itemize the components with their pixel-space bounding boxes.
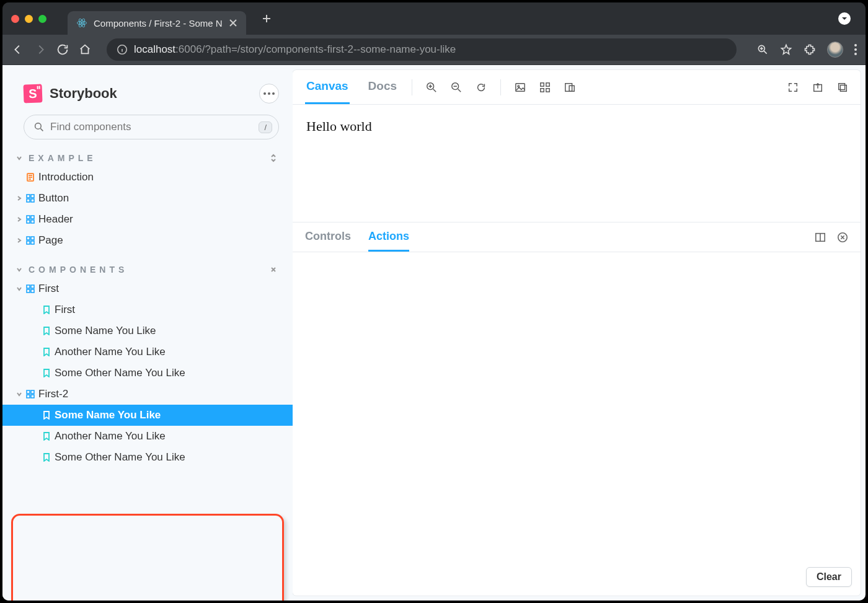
svg-rect-19 [31,241,34,244]
document-icon [26,173,35,182]
component-icon [26,390,35,398]
traffic-lights [11,15,46,23]
sidebar-item-button[interactable]: Button [2,188,293,209]
back-button-icon[interactable] [11,43,25,56]
zoom-in-icon[interactable] [426,82,437,93]
svg-point-6 [35,123,42,130]
page-content: S Storybook Find components / EXAMPLE In… [2,64,866,601]
tab-actions[interactable]: Actions [368,222,409,252]
component-icon [26,194,35,203]
svg-rect-17 [31,237,34,240]
bookmark-star-icon[interactable] [780,43,792,56]
chevron-down-icon [16,155,22,161]
section-example[interactable]: EXAMPLE [2,139,293,167]
sidebar-item-introduction[interactable]: Introduction [2,167,293,188]
sidebar-story-first-first[interactable]: First [2,299,293,320]
component-icon [26,236,35,245]
new-tab-button[interactable] [256,8,277,29]
titlebar: Components / First-2 - Some N [2,2,866,35]
grid-icon[interactable] [539,82,551,93]
zoom-out-icon[interactable] [451,82,462,93]
close-tab-icon[interactable] [229,19,237,27]
addon-orientation-icon[interactable] [815,232,826,243]
profile-avatar[interactable] [827,42,843,58]
collapse-all-icon[interactable] [269,265,278,274]
expand-collapse-icon[interactable] [269,154,278,162]
svg-rect-32 [541,82,544,86]
svg-rect-12 [27,216,30,219]
tab-controls[interactable]: Controls [305,222,351,252]
sidebar-story-first2-some-name[interactable]: Some Name You Like [2,405,293,426]
svg-rect-11 [31,199,34,202]
svg-rect-22 [27,289,30,293]
extensions-icon[interactable] [804,43,816,56]
svg-rect-23 [31,289,34,293]
svg-rect-36 [565,83,572,91]
browser-window: Components / First-2 - Some N localhost:… [2,2,866,601]
svg-rect-40 [840,85,846,91]
svg-point-0 [81,22,83,24]
bookmark-icon [42,453,51,462]
browser-menu-icon[interactable] [854,44,857,55]
chevron-down-icon [16,391,22,397]
zoom-indicator-icon[interactable] [756,43,769,56]
svg-rect-26 [27,395,30,398]
search-icon [34,122,44,132]
sidebar-item-header[interactable]: Header [2,209,293,230]
tab-docs[interactable]: Docs [367,70,398,104]
reload-button-icon[interactable] [56,43,69,56]
chevron-down-icon [16,286,22,292]
section-components[interactable]: COMPONENTS [2,251,293,278]
account-dropdown-icon[interactable] [838,12,851,25]
bookmark-icon [42,411,51,420]
svg-rect-34 [541,88,544,91]
clear-button[interactable]: Clear [806,567,852,587]
chevron-right-icon [16,195,22,201]
sidebar-item-first[interactable]: First [2,278,293,299]
sidebar-story-first-some-name[interactable]: Some Name You Like [2,320,293,341]
search-input[interactable]: Find components / [24,115,279,139]
sidebar-item-first-2[interactable]: First-2 [2,384,293,405]
component-icon [26,215,35,224]
addon-close-icon[interactable] [837,232,848,243]
sidebar-story-first-another-name[interactable]: Another Name You Like [2,341,293,363]
minimize-window-button[interactable] [25,15,33,23]
viewport-icon[interactable] [564,82,575,93]
canvas-content: Hello world [306,118,372,134]
tab-title: Components / First-2 - Some N [94,18,223,29]
sidebar-story-first-some-other-name[interactable]: Some Other Name You Like [2,363,293,384]
toolbar-separator [500,79,501,95]
home-button-icon[interactable] [78,43,92,56]
sidebar-item-page[interactable]: Page [2,230,293,251]
component-icon [26,284,35,293]
zoom-reset-icon[interactable] [476,82,487,93]
tab-canvas[interactable]: Canvas [305,70,350,104]
sidebar-menu-button[interactable] [259,84,279,103]
address-bar: localhost:6006/?path=/story/components-f… [2,35,866,64]
site-info-icon[interactable] [117,44,128,55]
url-input[interactable]: localhost:6006/?path=/story/components-f… [107,38,737,61]
bookmark-icon [42,369,51,377]
close-window-button[interactable] [11,15,19,23]
maximize-window-button[interactable] [38,15,46,23]
chevron-down-icon [16,266,22,273]
sidebar-story-first2-some-other-name[interactable]: Some Other Name You Like [2,447,293,468]
open-new-tab-icon[interactable] [812,82,823,93]
addon-panel-body: Clear [293,252,861,596]
sidebar-story-first2-another-name[interactable]: Another Name You Like [2,426,293,447]
background-icon[interactable] [515,82,526,93]
fullscreen-icon[interactable] [787,82,799,93]
svg-rect-21 [31,285,34,288]
forward-button-icon[interactable] [33,43,47,56]
bookmark-icon [42,348,51,356]
storybook-logo[interactable]: S Storybook [24,84,117,103]
svg-rect-33 [546,82,549,86]
copy-link-icon[interactable] [837,82,848,93]
browser-tab[interactable]: Components / First-2 - Some N [68,11,246,35]
preview-toolbar: Canvas Docs [293,70,861,105]
bookmark-icon [42,306,51,314]
highlight-annotation [11,514,284,601]
preview-panel: Canvas Docs [293,70,861,596]
toolbar-separator [412,79,412,95]
svg-rect-18 [27,241,30,244]
